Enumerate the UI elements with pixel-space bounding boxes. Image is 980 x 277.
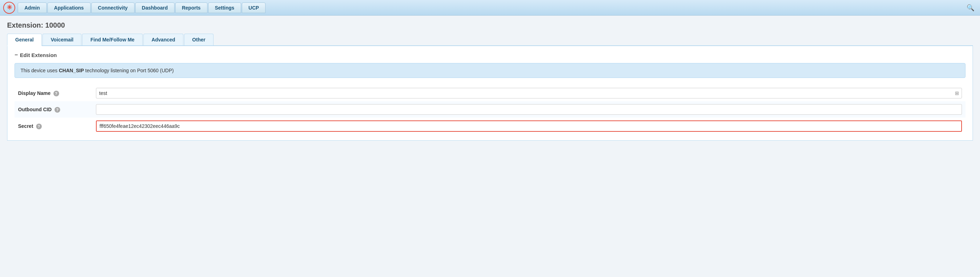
nav-item-connectivity[interactable]: Connectivity: [91, 3, 135, 13]
nav-item-reports[interactable]: Reports: [175, 3, 207, 13]
display-name-input-wrap: ⊞: [96, 88, 962, 99]
outbound-cid-input[interactable]: [96, 104, 962, 115]
tab-advanced[interactable]: Advanced: [143, 33, 183, 45]
info-box-suffix: technology listening on Port 5060 (UDP): [84, 68, 174, 73]
nav-item-applications[interactable]: Applications: [48, 3, 91, 13]
table-row: Display Name ? ⊞: [14, 85, 966, 101]
secret-input[interactable]: [96, 121, 962, 132]
tab-other[interactable]: Other: [184, 33, 213, 45]
nav-item-admin[interactable]: Admin: [18, 3, 47, 13]
tab-findmefollow[interactable]: Find Me/Follow Me: [82, 33, 142, 45]
info-box-prefix: This device uses: [21, 68, 59, 73]
secret-label: Secret: [18, 123, 33, 129]
info-box-technology: CHAN_SIP: [59, 68, 84, 73]
tab-bar: General Voicemail Find Me/Follow Me Adva…: [7, 33, 973, 46]
collapse-icon[interactable]: −: [14, 52, 18, 58]
top-nav: ✳ Admin Applications Connectivity Dashbo…: [0, 0, 980, 16]
secret-help-icon[interactable]: ?: [36, 124, 42, 129]
outbound-cid-help-icon[interactable]: ?: [54, 107, 60, 113]
table-row: Secret ?: [14, 118, 966, 135]
display-name-table-icon: ⊞: [955, 90, 959, 96]
form-table: Display Name ? ⊞ Outbound CID ?: [14, 85, 966, 135]
page-content: Extension: 10000 General Voicemail Find …: [0, 16, 980, 146]
nav-item-settings[interactable]: Settings: [208, 3, 241, 13]
table-row: Outbound CID ?: [14, 101, 966, 118]
svg-text:✳: ✳: [7, 4, 12, 11]
secret-input-wrap: [96, 121, 962, 132]
tab-voicemail[interactable]: Voicemail: [43, 33, 81, 45]
nav-items: Admin Applications Connectivity Dashboar…: [18, 3, 964, 13]
logo-icon: ✳: [3, 2, 16, 14]
section-title: Edit Extension: [20, 52, 57, 58]
display-name-help-icon[interactable]: ?: [54, 91, 59, 96]
search-icon[interactable]: 🔍: [964, 3, 977, 13]
display-name-input[interactable]: [96, 88, 962, 99]
nav-item-dashboard[interactable]: Dashboard: [135, 3, 175, 13]
info-box: This device uses CHAN_SIP technology lis…: [14, 63, 966, 78]
page-title: Extension: 10000: [7, 21, 973, 29]
nav-item-ucp[interactable]: UCP: [242, 3, 266, 13]
outbound-cid-label: Outbound CID: [18, 107, 52, 112]
main-panel: − Edit Extension This device uses CHAN_S…: [7, 46, 973, 141]
display-name-label: Display Name: [18, 90, 51, 96]
tab-general[interactable]: General: [7, 33, 42, 46]
section-header: − Edit Extension: [14, 52, 966, 58]
